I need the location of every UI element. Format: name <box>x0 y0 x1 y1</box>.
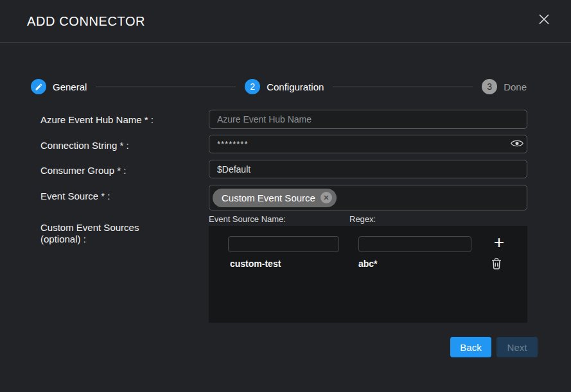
consumer-group-input[interactable] <box>209 160 527 178</box>
stepper-connector <box>96 87 236 87</box>
event-source-input[interactable]: Custom Event Source ✕ <box>209 185 527 210</box>
pencil-icon <box>31 79 46 94</box>
step-configuration-label: Configuration <box>267 81 324 92</box>
stepper-connector <box>333 87 473 87</box>
custom-sources-panel: + custom-test abc* <box>209 226 527 323</box>
source-row-name: custom-test <box>230 259 281 269</box>
close-icon[interactable] <box>536 12 552 27</box>
dialog-header: ADD CONNECTOR <box>0 0 571 43</box>
custom-sources-label-line2: (optional) : <box>40 234 139 245</box>
step-configuration[interactable]: 2 Configuration <box>245 79 324 94</box>
custom-sources-label-line1: Custom Event Sources <box>40 222 139 234</box>
new-source-regex-input[interactable] <box>358 236 471 252</box>
next-button[interactable]: Next <box>496 337 538 357</box>
step-2-badge: 2 <box>245 79 260 94</box>
step-done-label: Done <box>504 81 527 92</box>
column-header-name: Event Source Name: <box>209 214 286 224</box>
custom-sources-label: Custom Event Sources (optional) : <box>40 222 139 245</box>
source-row-regex: abc* <box>358 259 378 269</box>
eye-icon[interactable] <box>511 139 526 149</box>
step-general[interactable]: General <box>31 79 87 94</box>
trash-icon[interactable] <box>491 258 503 269</box>
add-source-icon[interactable]: + <box>489 233 509 253</box>
add-connector-dialog: ADD CONNECTOR General 2 Configuration 3 … <box>0 0 571 392</box>
consumer-group-label: Consumer Group * : <box>40 165 126 176</box>
chip-label: Custom Event Source <box>222 192 315 203</box>
step-3-badge: 3 <box>482 79 497 94</box>
chip-remove-icon[interactable]: ✕ <box>321 192 332 203</box>
event-source-chip[interactable]: Custom Event Source ✕ <box>213 189 337 207</box>
event-hub-name-input[interactable] <box>209 110 527 129</box>
column-header-regex: Regex: <box>349 214 376 224</box>
step-general-label: General <box>53 81 87 92</box>
connection-string-label: Connection String * : <box>40 140 129 151</box>
event-hub-name-label: Azure Event Hub Name * : <box>40 114 154 126</box>
connection-string-input[interactable] <box>209 135 527 153</box>
new-source-name-input[interactable] <box>228 236 339 252</box>
dialog-title: ADD CONNECTOR <box>27 14 145 29</box>
step-done[interactable]: 3 Done <box>482 79 527 94</box>
wizard-stepper: General 2 Configuration 3 Done <box>31 78 527 96</box>
event-source-label: Event Source * : <box>40 191 110 202</box>
back-button[interactable]: Back <box>450 337 491 357</box>
